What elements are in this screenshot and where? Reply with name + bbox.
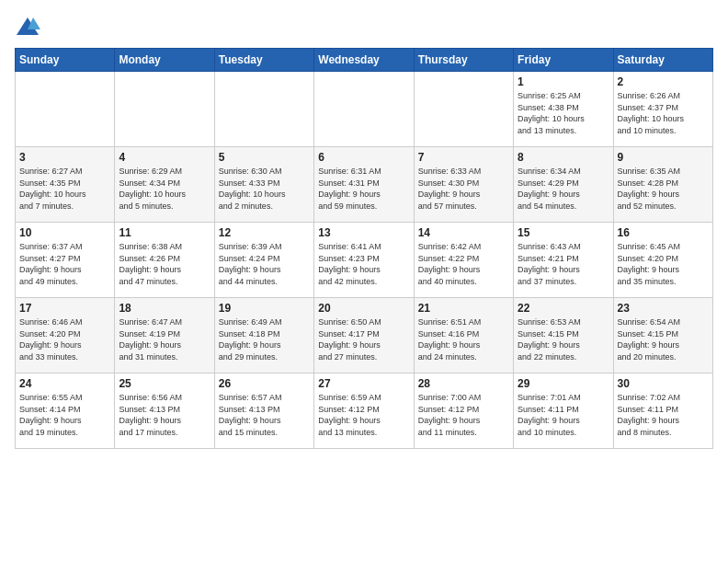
day-info: Sunrise: 6:50 AM Sunset: 4:17 PM Dayligh… (318, 316, 409, 362)
day-number: 6 (318, 151, 409, 164)
day-info: Sunrise: 6:25 AM Sunset: 4:38 PM Dayligh… (518, 90, 609, 136)
day-info: Sunrise: 6:33 AM Sunset: 4:30 PM Dayligh… (418, 166, 509, 212)
day-number: 8 (518, 151, 609, 164)
day-number: 14 (418, 226, 509, 239)
day-number: 17 (19, 302, 110, 315)
header (15, 15, 713, 40)
calendar-cell: 5Sunrise: 6:30 AM Sunset: 4:33 PM Daylig… (214, 147, 313, 223)
day-info: Sunrise: 6:51 AM Sunset: 4:16 PM Dayligh… (418, 316, 509, 362)
day-info: Sunrise: 7:01 AM Sunset: 4:11 PM Dayligh… (518, 392, 609, 438)
calendar-cell: 9Sunrise: 6:35 AM Sunset: 4:28 PM Daylig… (613, 147, 712, 223)
day-number: 11 (119, 226, 210, 239)
day-info: Sunrise: 6:59 AM Sunset: 4:12 PM Dayligh… (318, 392, 409, 438)
weekday-header-friday: Friday (514, 49, 613, 72)
day-number: 1 (518, 75, 609, 88)
day-number: 10 (19, 226, 110, 239)
day-number: 15 (518, 226, 609, 239)
day-number: 23 (618, 302, 709, 315)
day-number: 22 (518, 302, 609, 315)
day-number: 19 (219, 302, 310, 315)
day-info: Sunrise: 6:42 AM Sunset: 4:22 PM Dayligh… (418, 241, 509, 287)
calendar-cell: 3Sunrise: 6:27 AM Sunset: 4:35 PM Daylig… (16, 147, 115, 223)
day-info: Sunrise: 6:30 AM Sunset: 4:33 PM Dayligh… (219, 166, 310, 212)
calendar-cell (16, 72, 115, 147)
calendar-cell: 15Sunrise: 6:43 AM Sunset: 4:21 PM Dayli… (514, 223, 613, 298)
calendar-cell (314, 72, 414, 147)
calendar-cell: 28Sunrise: 7:00 AM Sunset: 4:12 PM Dayli… (414, 373, 513, 449)
day-info: Sunrise: 6:41 AM Sunset: 4:23 PM Dayligh… (318, 241, 409, 287)
day-number: 12 (219, 226, 310, 239)
day-info: Sunrise: 6:54 AM Sunset: 4:15 PM Dayligh… (618, 316, 709, 362)
calendar-cell: 27Sunrise: 6:59 AM Sunset: 4:12 PM Dayli… (314, 373, 414, 449)
day-number: 5 (219, 151, 310, 164)
weekday-header-thursday: Thursday (414, 49, 513, 72)
day-info: Sunrise: 7:02 AM Sunset: 4:11 PM Dayligh… (618, 392, 709, 438)
calendar-cell: 13Sunrise: 6:41 AM Sunset: 4:23 PM Dayli… (314, 223, 414, 298)
calendar-cell: 7Sunrise: 6:33 AM Sunset: 4:30 PM Daylig… (414, 147, 513, 223)
day-info: Sunrise: 6:39 AM Sunset: 4:24 PM Dayligh… (219, 241, 310, 287)
weekday-header-saturday: Saturday (613, 49, 712, 72)
day-number: 24 (19, 377, 110, 390)
calendar-cell: 16Sunrise: 6:45 AM Sunset: 4:20 PM Dayli… (613, 223, 712, 298)
day-info: Sunrise: 6:35 AM Sunset: 4:28 PM Dayligh… (618, 166, 709, 212)
calendar-cell: 4Sunrise: 6:29 AM Sunset: 4:34 PM Daylig… (115, 147, 214, 223)
calendar-cell: 22Sunrise: 6:53 AM Sunset: 4:15 PM Dayli… (514, 298, 613, 373)
day-number: 18 (119, 302, 210, 315)
day-info: Sunrise: 7:00 AM Sunset: 4:12 PM Dayligh… (418, 392, 509, 438)
calendar-cell: 24Sunrise: 6:55 AM Sunset: 4:14 PM Dayli… (16, 373, 115, 449)
calendar-cell: 20Sunrise: 6:50 AM Sunset: 4:17 PM Dayli… (314, 298, 414, 373)
calendar-cell: 25Sunrise: 6:56 AM Sunset: 4:13 PM Dayli… (115, 373, 214, 449)
calendar-cell: 30Sunrise: 7:02 AM Sunset: 4:11 PM Dayli… (613, 373, 712, 449)
weekday-header-sunday: Sunday (16, 49, 115, 72)
day-number: 9 (618, 151, 709, 164)
day-number: 3 (19, 151, 110, 164)
calendar-cell: 1Sunrise: 6:25 AM Sunset: 4:38 PM Daylig… (514, 72, 613, 147)
calendar-cell: 11Sunrise: 6:38 AM Sunset: 4:26 PM Dayli… (115, 223, 214, 298)
weekday-header-monday: Monday (115, 49, 214, 72)
calendar-cell: 17Sunrise: 6:46 AM Sunset: 4:20 PM Dayli… (16, 298, 115, 373)
day-number: 27 (318, 377, 409, 390)
logo (15, 15, 44, 40)
calendar-cell: 19Sunrise: 6:49 AM Sunset: 4:18 PM Dayli… (214, 298, 313, 373)
day-number: 29 (518, 377, 609, 390)
day-info: Sunrise: 6:37 AM Sunset: 4:27 PM Dayligh… (19, 241, 110, 287)
calendar-cell: 8Sunrise: 6:34 AM Sunset: 4:29 PM Daylig… (514, 147, 613, 223)
day-info: Sunrise: 6:43 AM Sunset: 4:21 PM Dayligh… (518, 241, 609, 287)
calendar-cell: 18Sunrise: 6:47 AM Sunset: 4:19 PM Dayli… (115, 298, 214, 373)
day-number: 4 (119, 151, 210, 164)
day-info: Sunrise: 6:31 AM Sunset: 4:31 PM Dayligh… (318, 166, 409, 212)
calendar-cell: 12Sunrise: 6:39 AM Sunset: 4:24 PM Dayli… (214, 223, 313, 298)
weekday-header-tuesday: Tuesday (214, 49, 313, 72)
calendar-cell: 23Sunrise: 6:54 AM Sunset: 4:15 PM Dayli… (613, 298, 712, 373)
day-number: 30 (618, 377, 709, 390)
day-number: 16 (618, 226, 709, 239)
day-info: Sunrise: 6:55 AM Sunset: 4:14 PM Dayligh… (19, 392, 110, 438)
day-number: 2 (618, 75, 709, 88)
day-info: Sunrise: 6:56 AM Sunset: 4:13 PM Dayligh… (119, 392, 210, 438)
day-info: Sunrise: 6:45 AM Sunset: 4:20 PM Dayligh… (618, 241, 709, 287)
day-number: 21 (418, 302, 509, 315)
day-info: Sunrise: 6:46 AM Sunset: 4:20 PM Dayligh… (19, 316, 110, 362)
day-info: Sunrise: 6:47 AM Sunset: 4:19 PM Dayligh… (119, 316, 210, 362)
calendar-cell: 14Sunrise: 6:42 AM Sunset: 4:22 PM Dayli… (414, 223, 513, 298)
day-info: Sunrise: 6:26 AM Sunset: 4:37 PM Dayligh… (618, 90, 709, 136)
day-info: Sunrise: 6:27 AM Sunset: 4:35 PM Dayligh… (19, 166, 110, 212)
day-info: Sunrise: 6:53 AM Sunset: 4:15 PM Dayligh… (518, 316, 609, 362)
calendar-cell: 6Sunrise: 6:31 AM Sunset: 4:31 PM Daylig… (314, 147, 414, 223)
calendar-table: SundayMondayTuesdayWednesdayThursdayFrid… (15, 48, 713, 449)
day-number: 13 (318, 226, 409, 239)
day-number: 25 (119, 377, 210, 390)
day-number: 20 (318, 302, 409, 315)
day-info: Sunrise: 6:49 AM Sunset: 4:18 PM Dayligh… (219, 316, 310, 362)
calendar-cell (214, 72, 313, 147)
day-number: 26 (219, 377, 310, 390)
day-info: Sunrise: 6:38 AM Sunset: 4:26 PM Dayligh… (119, 241, 210, 287)
logo-icon (15, 15, 40, 40)
calendar-cell: 26Sunrise: 6:57 AM Sunset: 4:13 PM Dayli… (214, 373, 313, 449)
calendar-cell: 2Sunrise: 6:26 AM Sunset: 4:37 PM Daylig… (613, 72, 712, 147)
day-info: Sunrise: 6:57 AM Sunset: 4:13 PM Dayligh… (219, 392, 310, 438)
calendar-cell: 29Sunrise: 7:01 AM Sunset: 4:11 PM Dayli… (514, 373, 613, 449)
calendar-cell (414, 72, 513, 147)
day-number: 28 (418, 377, 509, 390)
weekday-header-wednesday: Wednesday (314, 49, 414, 72)
